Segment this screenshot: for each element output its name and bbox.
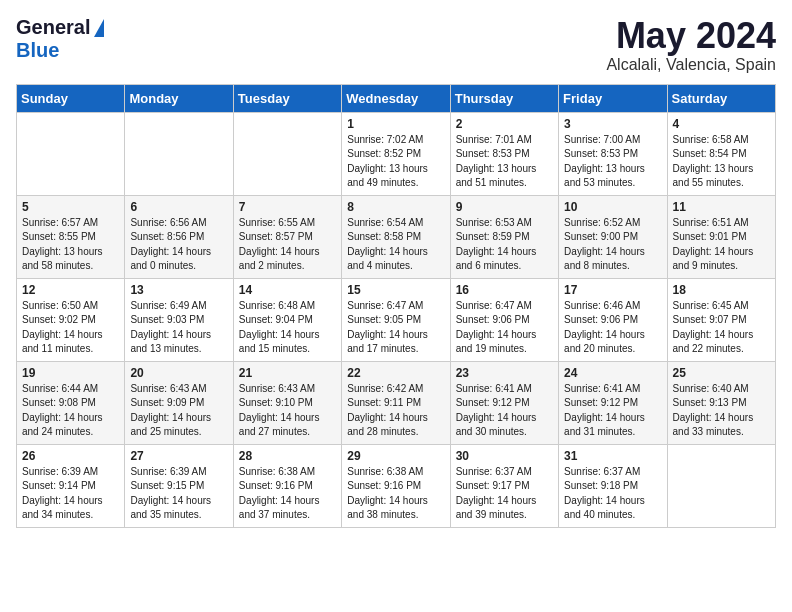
day-info: Sunrise: 6:38 AM Sunset: 9:16 PM Dayligh… (347, 465, 444, 523)
day-number: 28 (239, 449, 336, 463)
calendar-cell: 14Sunrise: 6:48 AM Sunset: 9:04 PM Dayli… (233, 278, 341, 361)
day-info: Sunrise: 6:54 AM Sunset: 8:58 PM Dayligh… (347, 216, 444, 274)
calendar-cell: 23Sunrise: 6:41 AM Sunset: 9:12 PM Dayli… (450, 361, 558, 444)
calendar-cell (233, 112, 341, 195)
day-number: 21 (239, 366, 336, 380)
calendar-cell: 13Sunrise: 6:49 AM Sunset: 9:03 PM Dayli… (125, 278, 233, 361)
day-info: Sunrise: 6:37 AM Sunset: 9:18 PM Dayligh… (564, 465, 661, 523)
header-day-friday: Friday (559, 84, 667, 112)
month-year-title: May 2024 (606, 16, 776, 56)
day-info: Sunrise: 6:55 AM Sunset: 8:57 PM Dayligh… (239, 216, 336, 274)
day-info: Sunrise: 6:47 AM Sunset: 9:06 PM Dayligh… (456, 299, 553, 357)
calendar-cell: 5Sunrise: 6:57 AM Sunset: 8:55 PM Daylig… (17, 195, 125, 278)
day-number: 20 (130, 366, 227, 380)
logo: General Blue (16, 16, 104, 62)
day-number: 27 (130, 449, 227, 463)
day-number: 5 (22, 200, 119, 214)
calendar-cell: 3Sunrise: 7:00 AM Sunset: 8:53 PM Daylig… (559, 112, 667, 195)
day-number: 4 (673, 117, 770, 131)
week-row-3: 12Sunrise: 6:50 AM Sunset: 9:02 PM Dayli… (17, 278, 776, 361)
day-info: Sunrise: 6:38 AM Sunset: 9:16 PM Dayligh… (239, 465, 336, 523)
calendar-cell: 18Sunrise: 6:45 AM Sunset: 9:07 PM Dayli… (667, 278, 775, 361)
day-number: 2 (456, 117, 553, 131)
header-day-monday: Monday (125, 84, 233, 112)
day-number: 9 (456, 200, 553, 214)
day-info: Sunrise: 7:00 AM Sunset: 8:53 PM Dayligh… (564, 133, 661, 191)
calendar-cell: 8Sunrise: 6:54 AM Sunset: 8:58 PM Daylig… (342, 195, 450, 278)
day-info: Sunrise: 6:40 AM Sunset: 9:13 PM Dayligh… (673, 382, 770, 440)
day-info: Sunrise: 6:39 AM Sunset: 9:14 PM Dayligh… (22, 465, 119, 523)
calendar-cell: 28Sunrise: 6:38 AM Sunset: 9:16 PM Dayli… (233, 444, 341, 527)
day-info: Sunrise: 6:57 AM Sunset: 8:55 PM Dayligh… (22, 216, 119, 274)
day-info: Sunrise: 6:47 AM Sunset: 9:05 PM Dayligh… (347, 299, 444, 357)
day-info: Sunrise: 6:56 AM Sunset: 8:56 PM Dayligh… (130, 216, 227, 274)
calendar-cell: 10Sunrise: 6:52 AM Sunset: 9:00 PM Dayli… (559, 195, 667, 278)
calendar-cell: 26Sunrise: 6:39 AM Sunset: 9:14 PM Dayli… (17, 444, 125, 527)
calendar-cell: 11Sunrise: 6:51 AM Sunset: 9:01 PM Dayli… (667, 195, 775, 278)
calendar-header-row: SundayMondayTuesdayWednesdayThursdayFrid… (17, 84, 776, 112)
day-number: 26 (22, 449, 119, 463)
day-info: Sunrise: 6:53 AM Sunset: 8:59 PM Dayligh… (456, 216, 553, 274)
day-number: 25 (673, 366, 770, 380)
calendar-cell: 12Sunrise: 6:50 AM Sunset: 9:02 PM Dayli… (17, 278, 125, 361)
calendar-cell: 21Sunrise: 6:43 AM Sunset: 9:10 PM Dayli… (233, 361, 341, 444)
day-number: 3 (564, 117, 661, 131)
day-info: Sunrise: 6:42 AM Sunset: 9:11 PM Dayligh… (347, 382, 444, 440)
week-row-1: 1Sunrise: 7:02 AM Sunset: 8:52 PM Daylig… (17, 112, 776, 195)
header-day-sunday: Sunday (17, 84, 125, 112)
calendar-cell: 2Sunrise: 7:01 AM Sunset: 8:53 PM Daylig… (450, 112, 558, 195)
calendar-cell: 9Sunrise: 6:53 AM Sunset: 8:59 PM Daylig… (450, 195, 558, 278)
day-number: 15 (347, 283, 444, 297)
day-info: Sunrise: 6:39 AM Sunset: 9:15 PM Dayligh… (130, 465, 227, 523)
logo-triangle-icon (94, 19, 104, 37)
day-number: 18 (673, 283, 770, 297)
day-number: 6 (130, 200, 227, 214)
calendar-cell: 6Sunrise: 6:56 AM Sunset: 8:56 PM Daylig… (125, 195, 233, 278)
title-block: May 2024 Alcalali, Valencia, Spain (606, 16, 776, 74)
day-number: 16 (456, 283, 553, 297)
day-info: Sunrise: 6:41 AM Sunset: 9:12 PM Dayligh… (564, 382, 661, 440)
week-row-2: 5Sunrise: 6:57 AM Sunset: 8:55 PM Daylig… (17, 195, 776, 278)
day-number: 8 (347, 200, 444, 214)
day-info: Sunrise: 6:58 AM Sunset: 8:54 PM Dayligh… (673, 133, 770, 191)
calendar-cell: 17Sunrise: 6:46 AM Sunset: 9:06 PM Dayli… (559, 278, 667, 361)
logo-general-text: General (16, 16, 90, 39)
calendar-cell: 4Sunrise: 6:58 AM Sunset: 8:54 PM Daylig… (667, 112, 775, 195)
calendar-cell: 20Sunrise: 6:43 AM Sunset: 9:09 PM Dayli… (125, 361, 233, 444)
calendar-cell: 24Sunrise: 6:41 AM Sunset: 9:12 PM Dayli… (559, 361, 667, 444)
day-info: Sunrise: 6:50 AM Sunset: 9:02 PM Dayligh… (22, 299, 119, 357)
day-number: 13 (130, 283, 227, 297)
day-info: Sunrise: 7:02 AM Sunset: 8:52 PM Dayligh… (347, 133, 444, 191)
day-number: 23 (456, 366, 553, 380)
day-number: 30 (456, 449, 553, 463)
day-info: Sunrise: 6:51 AM Sunset: 9:01 PM Dayligh… (673, 216, 770, 274)
day-info: Sunrise: 6:37 AM Sunset: 9:17 PM Dayligh… (456, 465, 553, 523)
calendar-cell (17, 112, 125, 195)
day-info: Sunrise: 6:46 AM Sunset: 9:06 PM Dayligh… (564, 299, 661, 357)
calendar-cell (667, 444, 775, 527)
location-subtitle: Alcalali, Valencia, Spain (606, 56, 776, 74)
calendar-cell: 1Sunrise: 7:02 AM Sunset: 8:52 PM Daylig… (342, 112, 450, 195)
day-info: Sunrise: 6:48 AM Sunset: 9:04 PM Dayligh… (239, 299, 336, 357)
week-row-5: 26Sunrise: 6:39 AM Sunset: 9:14 PM Dayli… (17, 444, 776, 527)
calendar-cell: 25Sunrise: 6:40 AM Sunset: 9:13 PM Dayli… (667, 361, 775, 444)
header-day-thursday: Thursday (450, 84, 558, 112)
day-number: 24 (564, 366, 661, 380)
day-info: Sunrise: 6:45 AM Sunset: 9:07 PM Dayligh… (673, 299, 770, 357)
day-info: Sunrise: 6:41 AM Sunset: 9:12 PM Dayligh… (456, 382, 553, 440)
calendar-cell: 27Sunrise: 6:39 AM Sunset: 9:15 PM Dayli… (125, 444, 233, 527)
week-row-4: 19Sunrise: 6:44 AM Sunset: 9:08 PM Dayli… (17, 361, 776, 444)
day-info: Sunrise: 6:52 AM Sunset: 9:00 PM Dayligh… (564, 216, 661, 274)
calendar-cell: 19Sunrise: 6:44 AM Sunset: 9:08 PM Dayli… (17, 361, 125, 444)
day-number: 17 (564, 283, 661, 297)
day-info: Sunrise: 6:43 AM Sunset: 9:09 PM Dayligh… (130, 382, 227, 440)
calendar-table: SundayMondayTuesdayWednesdayThursdayFrid… (16, 84, 776, 528)
day-number: 14 (239, 283, 336, 297)
logo-blue-text: Blue (16, 39, 59, 62)
calendar-cell: 16Sunrise: 6:47 AM Sunset: 9:06 PM Dayli… (450, 278, 558, 361)
day-number: 22 (347, 366, 444, 380)
day-number: 31 (564, 449, 661, 463)
calendar-cell: 22Sunrise: 6:42 AM Sunset: 9:11 PM Dayli… (342, 361, 450, 444)
header-day-saturday: Saturday (667, 84, 775, 112)
calendar-cell (125, 112, 233, 195)
